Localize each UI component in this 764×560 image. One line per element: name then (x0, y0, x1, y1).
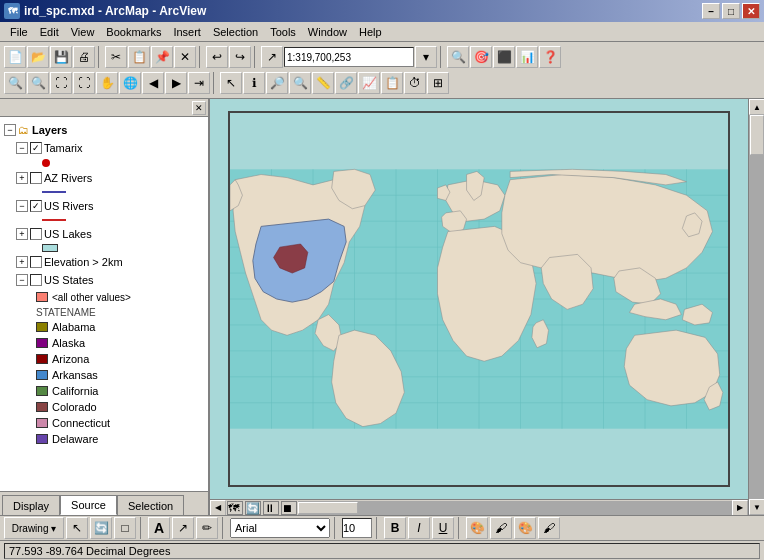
azrivers-expand-btn[interactable]: + (16, 172, 28, 184)
azrivers-checkbox[interactable] (30, 172, 42, 184)
h-scroll-thumb[interactable] (298, 502, 358, 514)
pan-btn[interactable]: ✋ (96, 72, 118, 94)
extent-btn[interactable]: ⛶ (50, 72, 72, 94)
color4-btn[interactable]: 🖌 (538, 517, 560, 539)
bold-btn[interactable]: B (384, 517, 406, 539)
draw-tool-btn[interactable]: □ (114, 517, 136, 539)
report-btn[interactable]: 📋 (381, 72, 403, 94)
pointer-btn[interactable]: ↗ (261, 46, 283, 68)
menu-view[interactable]: View (65, 23, 101, 41)
layer-btn[interactable]: ⊞ (427, 72, 449, 94)
map-icon-2[interactable]: 🔄 (245, 501, 261, 515)
state-row-alabama[interactable]: Alabama (0, 319, 208, 335)
underline-btn[interactable]: U (432, 517, 454, 539)
delete-btn[interactable]: ✕ (174, 46, 196, 68)
map-icon-4[interactable]: ⏹ (281, 501, 297, 515)
identify-btn[interactable]: 🔎 (266, 72, 288, 94)
draw-edit-btn[interactable]: ✏ (196, 517, 218, 539)
info-btn[interactable]: ℹ (243, 72, 265, 94)
full-extent-btn[interactable]: ⛶ (73, 72, 95, 94)
menu-window[interactable]: Window (302, 23, 353, 41)
state-row-arkansas[interactable]: Arkansas (0, 367, 208, 383)
usstates-checkbox[interactable] (30, 274, 42, 286)
menu-tools[interactable]: Tools (264, 23, 302, 41)
arrow-btn[interactable]: ↖ (220, 72, 242, 94)
tab-display[interactable]: Display (2, 495, 60, 515)
globe-btn[interactable]: 🌐 (119, 72, 141, 94)
scale-dropdown[interactable]: ▾ (415, 46, 437, 68)
layers-header-row[interactable]: − 🗂 Layers (0, 121, 208, 139)
state-row-alaska[interactable]: Alaska (0, 335, 208, 351)
select-btn[interactable]: ⇥ (188, 72, 210, 94)
state-row-arizona[interactable]: Arizona (0, 351, 208, 367)
print-btn[interactable]: 🖨 (73, 46, 95, 68)
tool2-btn[interactable]: 🎯 (470, 46, 492, 68)
usrivers-checkbox[interactable]: ✓ (30, 200, 42, 212)
state-row-connecticut[interactable]: Connecticut (0, 415, 208, 431)
menu-selection[interactable]: Selection (207, 23, 264, 41)
time-btn[interactable]: ⏱ (404, 72, 426, 94)
scroll-up-btn[interactable]: ▲ (749, 99, 764, 115)
panel-close-button[interactable]: ✕ (192, 101, 206, 115)
color2-btn[interactable]: 🖌 (490, 517, 512, 539)
layers-expand-btn[interactable]: − (4, 124, 16, 136)
open-btn[interactable]: 📂 (27, 46, 49, 68)
layer-row-elevation[interactable]: + Elevation > 2km (0, 253, 208, 271)
draw-arrow-btn[interactable]: ↗ (172, 517, 194, 539)
menu-help[interactable]: Help (353, 23, 388, 41)
map-icon-1[interactable]: 🗺 (227, 501, 243, 515)
usstates-expand-btn[interactable]: − (16, 274, 28, 286)
copy-btn[interactable]: 📋 (128, 46, 150, 68)
minimize-button[interactable]: – (702, 3, 720, 19)
close-button[interactable]: ✕ (742, 3, 760, 19)
scroll-thumb[interactable] (750, 115, 764, 155)
find-btn[interactable]: 🔍 (289, 72, 311, 94)
menu-bookmarks[interactable]: Bookmarks (100, 23, 167, 41)
menu-insert[interactable]: Insert (167, 23, 207, 41)
draw-pointer-btn[interactable]: ↖ (66, 517, 88, 539)
layer-row-uslakes[interactable]: + US Lakes (0, 225, 208, 243)
menu-file[interactable]: File (4, 23, 34, 41)
tool4-btn[interactable]: 📊 (516, 46, 538, 68)
redo-btn[interactable]: ↪ (229, 46, 251, 68)
font-select[interactable]: Arial (230, 518, 330, 538)
tool1-btn[interactable]: 🔍 (447, 46, 469, 68)
drawing-btn[interactable]: Drawing ▾ (4, 517, 64, 539)
new-btn[interactable]: 📄 (4, 46, 26, 68)
maximize-button[interactable]: □ (722, 3, 740, 19)
layers-content[interactable]: − 🗂 Layers − ✓ Tamarix + (0, 117, 208, 491)
font-size-input[interactable] (342, 518, 372, 538)
tab-selection[interactable]: Selection (117, 495, 184, 515)
state-row-delaware[interactable]: Delaware (0, 431, 208, 447)
usrivers-expand-btn[interactable]: − (16, 200, 28, 212)
layer-row-tamarix[interactable]: − ✓ Tamarix (0, 139, 208, 157)
scroll-down-btn[interactable]: ▼ (749, 499, 764, 515)
tool3-btn[interactable]: ⬛ (493, 46, 515, 68)
scale-input[interactable]: 1:319,700,253 (284, 47, 414, 67)
back-btn[interactable]: ◀ (142, 72, 164, 94)
undo-btn[interactable]: ↩ (206, 46, 228, 68)
text-A-btn[interactable]: A (148, 517, 170, 539)
tamarix-checkbox[interactable]: ✓ (30, 142, 42, 154)
save-btn[interactable]: 💾 (50, 46, 72, 68)
map-icon-3[interactable]: ⏸ (263, 501, 279, 515)
state-row-california[interactable]: California (0, 383, 208, 399)
color1-btn[interactable]: 🎨 (466, 517, 488, 539)
tool5-btn[interactable]: ❓ (539, 46, 561, 68)
paste-btn[interactable]: 📌 (151, 46, 173, 68)
color3-btn[interactable]: 🎨 (514, 517, 536, 539)
state-row-colorado[interactable]: Colorado (0, 399, 208, 415)
elevation-checkbox[interactable] (30, 256, 42, 268)
draw-refresh-btn[interactable]: 🔄 (90, 517, 112, 539)
hyperlink-btn[interactable]: 🔗 (335, 72, 357, 94)
zoom-out-btn[interactable]: 🔍 (27, 72, 49, 94)
scroll-right-btn[interactable]: ▶ (732, 500, 748, 516)
measure-btn[interactable]: 📏 (312, 72, 334, 94)
scroll-map-btn1[interactable]: ◀ (210, 500, 226, 516)
zoom-in-btn[interactable]: 🔍 (4, 72, 26, 94)
layer-row-azrivers[interactable]: + AZ Rivers (0, 169, 208, 187)
menu-edit[interactable]: Edit (34, 23, 65, 41)
tamarix-expand-btn[interactable]: − (16, 142, 28, 154)
layer-row-usrivers[interactable]: − ✓ US Rivers (0, 197, 208, 215)
layer-row-usstates[interactable]: − US States (0, 271, 208, 289)
